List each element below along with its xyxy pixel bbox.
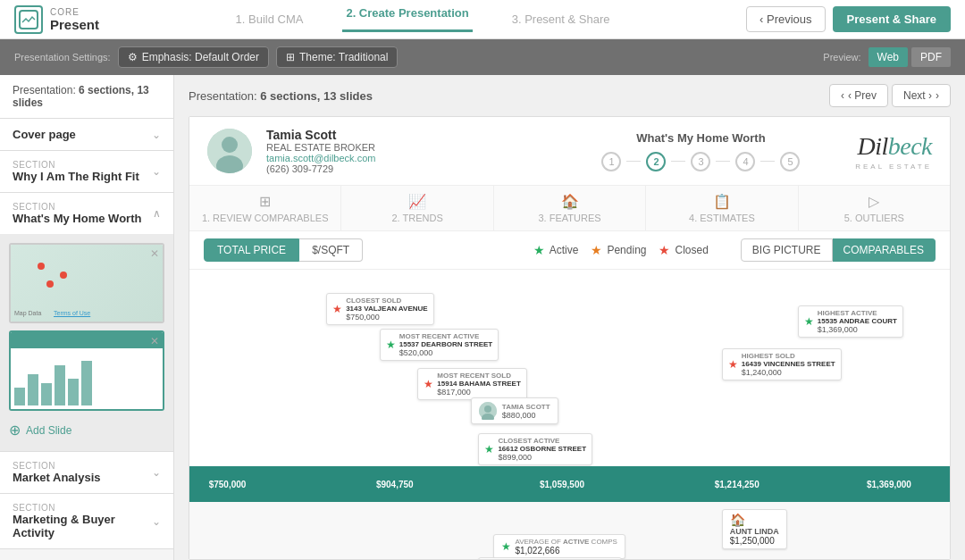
agent-phone: (626) 309-7729 <box>266 163 547 174</box>
chart-controls: TOTAL PRICE $/SQFT ★ Active ★ Pending ★ … <box>189 231 950 270</box>
big-picture-button[interactable]: BIG PICTURE <box>741 238 833 262</box>
closest-active-star: ★ <box>484 443 494 456</box>
subnav-features[interactable]: 🏠 3. FEATURES <box>494 186 646 230</box>
cover-chevron: ⌄ <box>152 129 161 141</box>
marker-closest-sold: ★ CLOSEST SOLD 3143 VALJEAN AVENUE $750,… <box>326 293 433 325</box>
market-title: Market Analysis <box>13 471 101 484</box>
market-section-tag: SECTION <box>13 461 101 471</box>
step-1[interactable]: 1 <box>601 152 621 171</box>
content-area: Presentation: 6 sections, 13 slides ‹ ‹ … <box>174 75 965 560</box>
content-toolbar: Presentation: 6 sections, 13 slides ‹ ‹ … <box>174 75 965 116</box>
legend-pending: ★ Pending <box>591 243 646 257</box>
sidebar: Presentation: 6 sections, 13 slides Cove… <box>0 75 174 560</box>
marker-most-recent-active: ★ MOST RECENT ACTIVE 15537 DEARBORN STRE… <box>380 329 499 361</box>
subnav-review-comparables[interactable]: ⊞ 1. REVIEW COMPARABLES <box>189 186 341 230</box>
next-slide-button[interactable]: Next › › <box>892 84 951 107</box>
close-slide-chart[interactable]: ✕ <box>150 335 159 347</box>
nav-steps: 1. Build CMA 2. Create Presentation 3. P… <box>232 6 614 32</box>
theme-button[interactable]: ⊞ Theme: Traditional <box>276 46 398 68</box>
agent-photo <box>207 129 252 173</box>
emphasis-button[interactable]: ⚙ Emphasis: Default Order <box>118 46 269 68</box>
sidebar-section-cover: Cover page ⌄ <box>0 119 173 151</box>
marker-on-market-comps-pool: ★ ON MARKET COMPS WITH POOL <box>478 557 622 559</box>
dilbeck-sub: REAL ESTATE <box>855 163 932 171</box>
marker-avg-active-comps: ★ AVERAGE OF ACTIVE COMPS $1,022,666 <box>493 534 625 559</box>
main-area: Presentation: 6 sections, 13 slides Cove… <box>0 75 965 560</box>
nav-step-2[interactable]: 2. Create Presentation <box>342 6 472 32</box>
slide-title-center: What's My Home Worth 1 2 3 4 5 <box>561 131 842 171</box>
settings-label: Presentation Settings: <box>14 52 111 63</box>
dilbeck-logo: Dilbeck <box>855 132 932 161</box>
marker-highest-sold: ★ HIGHEST SOLD 16439 VINCENNES STREET $1… <box>722 348 842 380</box>
brand-logo-area: Dilbeck REAL ESTATE <box>855 132 932 171</box>
slide-thumbnails: ✕ Map Data Terms of Use ✕ <box>0 234 173 451</box>
closest-sold-star: ★ <box>332 303 342 315</box>
chart-preview <box>11 332 163 409</box>
pending-star-icon: ★ <box>591 243 602 257</box>
subnav-estimates[interactable]: 📋 4. ESTIMATES <box>646 186 798 230</box>
outliers-icon: ▷ <box>868 193 879 210</box>
close-slide-map[interactable]: ✕ <box>150 247 159 260</box>
sidebar-section-why: SECTION Why I Am The Right Fit ⌄ <box>0 151 173 193</box>
marketing-section-header[interactable]: SECTION Marketing & Buyer Activity ⌄ <box>0 494 173 548</box>
features-icon: 🏠 <box>561 193 579 210</box>
cover-section-header[interactable]: Cover page ⌄ <box>0 119 173 150</box>
agent-info: Tamia Scott REAL ESTATE BROKER tamia.sco… <box>266 128 547 174</box>
chart-visualization: ★ CLOSEST SOLD 3143 VALJEAN AVENUE $750,… <box>189 270 950 559</box>
legend-active: ★ Active <box>533 243 579 257</box>
why-title: Why I Am The Right Fit <box>13 170 139 183</box>
agent-marker-photo <box>479 402 497 420</box>
settings-bar: Presentation Settings: ⚙ Emphasis: Defau… <box>0 39 965 75</box>
highest-sold-star: ★ <box>728 358 738 371</box>
sqft-button[interactable]: $/SQFT <box>299 238 363 262</box>
subnav-trends[interactable]: 📈 2. TRENDS <box>341 186 493 230</box>
slide-thumb-map[interactable]: ✕ Map Data Terms of Use <box>9 243 164 323</box>
step-2[interactable]: 2 <box>646 152 666 171</box>
comparables-icon: ⊞ <box>259 193 271 210</box>
pdf-preview-button[interactable]: PDF <box>911 47 951 67</box>
step-4[interactable]: 4 <box>735 152 755 171</box>
add-slide-button[interactable]: ⊕ Add Slide <box>9 418 164 442</box>
trends-icon: 📈 <box>408 193 426 210</box>
sidebar-section-home-worth: SECTION What's My Home Worth ∧ ✕ Map Dat… <box>0 193 173 452</box>
agent-email: tamia.scott@dilbeck.com <box>266 153 547 163</box>
marker-highest-active: ★ HIGHEST ACTIVE 15535 ANDRAE COURT $1,3… <box>798 305 903 338</box>
svg-point-2 <box>222 137 238 153</box>
timeline-label-5: $1,369,000 <box>867 480 911 489</box>
marker-agent: TAMIA SCOTT $880,000 <box>471 397 558 424</box>
home-worth-title: What's My Home Worth <box>13 212 141 225</box>
prev-button[interactable]: ‹ Previous <box>746 6 826 32</box>
step-line-4-5 <box>760 161 775 162</box>
step-3[interactable]: 3 <box>691 152 710 171</box>
web-preview-button[interactable]: Web <box>868 47 908 67</box>
comparables-button[interactable]: COMPARABLES <box>833 238 936 262</box>
marker-most-recent-sold: ★ MOST RECENT SOLD 15914 BAHAMA STREET $… <box>417 368 527 400</box>
legend: ★ Active ★ Pending ★ Closed <box>533 243 709 257</box>
slide-header: Tamia Scott REAL ESTATE BROKER tamia.sco… <box>189 117 950 186</box>
prev-slide-button[interactable]: ‹ ‹ Prev <box>829 84 888 107</box>
step-5[interactable]: 5 <box>780 152 800 171</box>
step-line-2-3 <box>671 161 685 162</box>
marketing-title: Marketing & Buyer Activity <box>13 513 152 539</box>
sidebar-section-market: SECTION Market Analysis ⌄ <box>0 452 173 494</box>
prev-icon: ‹ <box>841 89 844 102</box>
add-icon: ⊕ <box>9 422 21 439</box>
nav-step-3[interactable]: 3. Present & Share <box>508 13 614 26</box>
active-star-icon: ★ <box>533 243 545 257</box>
markers-area: ★ CLOSEST SOLD 3143 VALJEAN AVENUE $750,… <box>189 270 950 466</box>
emphasis-icon: ⚙ <box>128 51 138 63</box>
timeline-label-1: $750,000 <box>209 480 247 489</box>
subnav-outliers[interactable]: ▷ 5. OUTLIERS <box>799 186 950 230</box>
present-share-button[interactable]: Present & Share <box>833 6 951 32</box>
slide-thumb-chart[interactable]: ✕ <box>9 330 164 411</box>
why-section-header[interactable]: SECTION Why I Am The Right Fit ⌄ <box>0 151 173 192</box>
timeline-label-3: $1,059,500 <box>540 480 584 489</box>
market-section-header[interactable]: SECTION Market Analysis ⌄ <box>0 452 173 493</box>
sidebar-section-marketing: SECTION Marketing & Buyer Activity ⌄ <box>0 494 173 549</box>
map-preview: Map Data Terms of Use <box>11 245 163 322</box>
nav-step-1[interactable]: 1. Build CMA <box>232 13 307 26</box>
logo-bottom: Present <box>50 17 99 32</box>
total-price-button[interactable]: TOTAL PRICE <box>204 238 299 262</box>
logo-area: CORE Present <box>14 5 99 34</box>
home-worth-section-header[interactable]: SECTION What's My Home Worth ∧ <box>0 193 173 234</box>
